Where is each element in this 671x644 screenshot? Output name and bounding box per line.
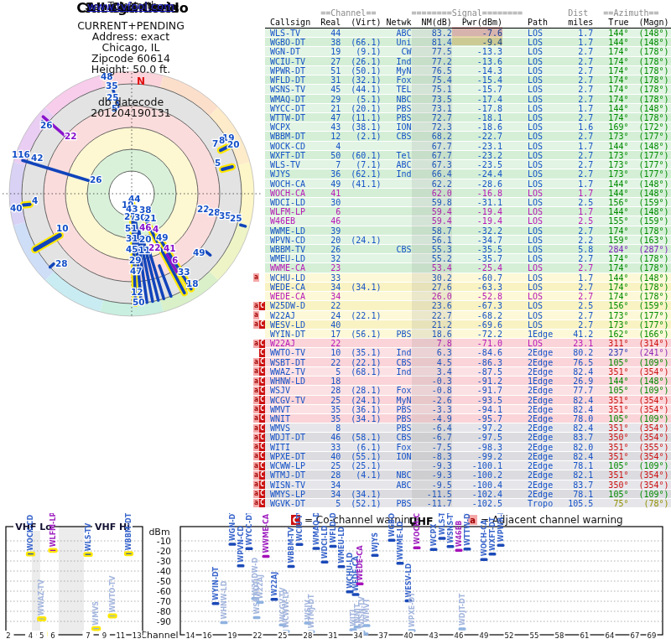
adjacent-warning-badge: a [253, 311, 259, 319]
table-row: aCWESV-LD 40 21.2 -69.6 LOS 2.7 173° (17… [265, 320, 671, 330]
signal-bar [229, 543, 237, 546]
table-row: WTTW-DT 47 (11.1) PBS 72.7 -18.1 LOS 2.7… [265, 113, 671, 122]
station-label: WOCK-CD [27, 515, 34, 551]
table-row: aCW22AJ 22 7.8 -71.0 LOS 23.1 311° (314°… [265, 339, 671, 348]
table-body: WLS-TV 44 ABC 83.2 -7.6 LOS 1.7 144° (14… [265, 29, 671, 508]
table-row-text: WLS-TV 44 ABC 83.2 -7.6 LOS 1.7 144° (14… [265, 29, 671, 38]
signal-bar [497, 543, 505, 547]
station-label: WCPX [430, 523, 438, 547]
signal-bar [430, 548, 438, 552]
table-row: WCIU-TV 27 (26.1) Ind 77.2 -13.6 LOS 2.7… [265, 57, 671, 66]
radar-channel-label: 5 [215, 158, 221, 168]
table-row-text: WGN-DT 19 (9.1) CW 77.5 -13.3 LOS 2.7 17… [265, 47, 671, 56]
radar-channel-label: 12 [131, 287, 143, 297]
radar-channel-label: 25 [230, 213, 242, 223]
table-row-text: WWME-LD 39 58.7 -32.2 LOS 2.7 174° (178°… [265, 226, 671, 236]
station-label: WWAZ-TV [38, 579, 45, 615]
station-label: WFLD-DT [330, 513, 337, 543]
channel-tick: 2 [6, 631, 10, 640]
channel-tick: 9 [102, 631, 107, 640]
radar-spoke [241, 225, 246, 226]
radar-channel-label: 6 [172, 255, 178, 265]
signal-bar [414, 546, 421, 549]
dbm-axis-label: dBm [148, 527, 169, 538]
table-row: WEDE-CA 34 26.0 -52.8 LOS 2.7 174° (178°… [265, 292, 671, 301]
station-label: W22AJ [271, 572, 278, 596]
station-label: WMEU-LD [338, 527, 346, 564]
adjacent-warning-badge: a [253, 396, 259, 404]
adjacent-warning-badge: a [253, 480, 259, 489]
table-row: aCWSBT-DT 22 (22.1) CBS 4.5 -86.3 2Edge … [265, 358, 671, 367]
table-row-text: WFLD-DT 31 (32.1) Fox 75.4 -15.4 LOS 2.7… [265, 75, 671, 85]
table-column-header: Callsign Real (Virt) Netwk NM(dB) Pwr(dB… [265, 18, 671, 29]
radar-channel-label: 51 [125, 223, 138, 233]
station-label: WWTO-TV [109, 575, 117, 613]
signal-bar [439, 537, 446, 540]
table-row: WDCI-LD 30 59.8 -31.1 LOS 2.5 156° (159°… [265, 198, 671, 207]
station-label: WSNS-TV [447, 513, 455, 543]
website-link-wrap: www.tvfool.com [0, 0, 262, 13]
tvfool-report: Chicago Condo All Channels TrueNorth N48… [0, 0, 671, 644]
adjacent-warning-badge: a [253, 405, 259, 413]
channel-tick: 11 [116, 631, 125, 640]
table-row-text: WCWW-LP 25 (25.1) -9.3 -100.1 2Edge 78.1… [265, 461, 671, 470]
signal-bar [313, 547, 320, 550]
dbm-tick: -30 [157, 556, 171, 566]
dbm-tick: -80 [157, 606, 171, 616]
table-row-text: WOCK-CD 4 67.7 -23.1 LOS 1.7 144° (148°) [265, 142, 671, 151]
table-row: aW22AJ 24 (22.1) 22.7 -68.2 LOS 2.7 173°… [265, 311, 671, 320]
cochannel-warning-badge: C [259, 405, 265, 413]
signal-bar [363, 624, 371, 627]
table-row-text: WDCI-LD 30 59.8 -31.1 LOS 2.5 156° (159°… [265, 198, 671, 207]
table-row-text: WTMJ-DT 28 (4.1) NBC -9.3 -100.2 2Edge 8… [265, 470, 671, 480]
table-row: WXFT-DT 50 (60.1) Tel 67.7 -23.2 LOS 2.7… [265, 151, 671, 160]
radar-channel-label: 20 [227, 139, 240, 149]
radar-channel-label: 41 [164, 243, 176, 253]
cochannel-warning-badge: C [259, 499, 265, 507]
radar-channel-label: 4 [32, 195, 38, 205]
station-label: WYIN-DT [212, 566, 220, 600]
signal-bar [253, 616, 261, 620]
search-height: Height: 50.0 ft. [0, 64, 262, 75]
table-row-text: WMYS-LP 34 (34.1) -11.5 -102.4 2Edge 78.… [265, 490, 671, 499]
radar-channel-label: 40 [10, 203, 23, 213]
signal-bar [246, 548, 253, 551]
table-row: aWCHU-LD 33 30.2 -60.7 LOS 1.7 144° (148… [265, 273, 671, 283]
dbm-tick: -20 [157, 546, 171, 556]
signal-bar [352, 593, 360, 596]
radar-channel-label: 45 [126, 244, 138, 254]
search-criteria: Search Criteria CURRENT+PENDING Address:… [0, 0, 262, 118]
station-label: WPXE-DT [408, 592, 416, 627]
signal-bar [85, 553, 92, 556]
channel-tick: 34 [354, 631, 363, 640]
table-row-text: WOCH-CA 49 (41.1) 62.2 -28.6 LOS 1.7 144… [265, 179, 671, 189]
channel-tick: 58 [555, 631, 564, 640]
table-row: WWME-LD 39 58.7 -32.2 LOS 2.7 174° (178°… [265, 226, 671, 236]
channel-tick: 61 [580, 631, 590, 640]
radar-channel-label: 116 [12, 149, 30, 159]
table-row-text: WPVN-CD 20 (24.1) 56.1 -34.7 LOS 2.2 159… [265, 236, 671, 245]
station-label: WCIU-TV [296, 513, 304, 541]
cochannel-warning-badge: C [259, 452, 265, 460]
dbm-tick: -60 [157, 586, 171, 596]
channel-tick: 25 [278, 631, 288, 640]
radar-channel-label: 7 [212, 138, 218, 148]
table-row: WSNS-TV 45 (44.1) TEL 75.1 -15.7 LOS 2.7… [265, 85, 671, 94]
table-row-text: WITI 33 (6.1) Fox -7.5 -98.3 2Edge 82.0 … [265, 443, 671, 452]
channel-tick: 43 [429, 631, 439, 640]
channel-tick: 55 [530, 631, 539, 640]
station-label: WPWR-DT [497, 513, 505, 542]
signal-bar [455, 549, 463, 553]
table-row: aCWCGV-TV 25 (24.1) MyN -2.6 -93.5 2Edge… [265, 396, 671, 405]
adjacent-warning-badge: a [253, 424, 259, 433]
signal-bar [481, 558, 488, 562]
station-label: WWME-LD [397, 521, 404, 559]
table-row-text: WTTW-DT 47 (11.1) PBS 72.7 -18.1 LOS 2.7… [265, 113, 671, 122]
radar-channel-label: 22 [65, 131, 77, 141]
table-row-text: WEDE-CA 34 (34.1) 27.6 -63.3 LOS 2.7 174… [265, 283, 671, 292]
channel-tick: 16 [203, 631, 212, 640]
table-row-text: W46EB 46 59.4 -19.4 LOS 2.5 155° (159°) [265, 216, 671, 226]
cochannel-warning-badge: C [259, 340, 265, 348]
cochannel-warning-badge: C [259, 377, 265, 386]
tvfool-link[interactable]: www.tvfool.com [87, 0, 174, 13]
